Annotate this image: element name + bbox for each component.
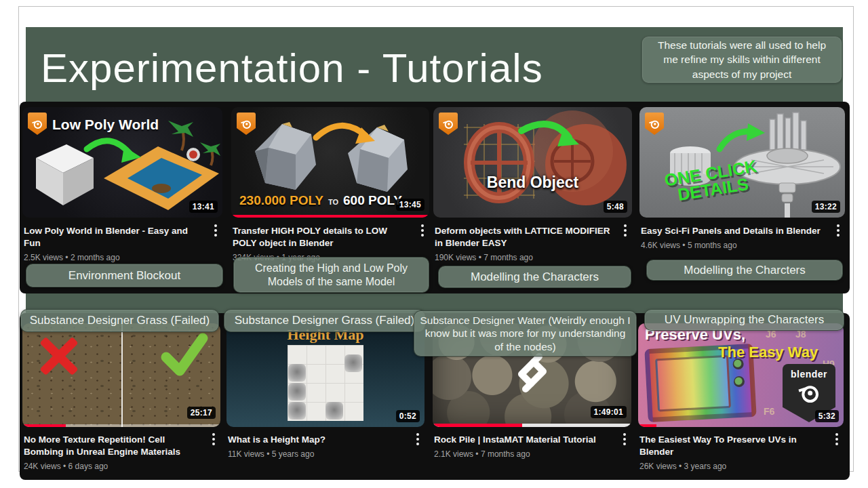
presentation-slide: Experimentation - Tutorials These tutori… (0, 0, 868, 488)
video-meta: 190K views • 7 months ago (435, 253, 632, 262)
label-modelling-charcters: Modelling the Charcters (646, 260, 843, 281)
video-card[interactable]: Low Poly World 13:41 Low Poly (22, 107, 222, 290)
label-substance-grass-1: Substance Designer Grass (Failed) (20, 309, 219, 332)
watch-progress-bar (433, 424, 631, 427)
watch-progress-bar (22, 424, 220, 427)
duration-badge: 25:17 (187, 407, 216, 419)
label-environment-blockout: Environment Blockout (26, 264, 223, 287)
blender-icon (239, 117, 253, 131)
video-thumbnail[interactable]: Height Map 0:52 (226, 323, 425, 427)
kebab-menu-icon[interactable] (212, 438, 215, 441)
blender-icon (648, 117, 661, 131)
video-thumbnail[interactable]: Low Poly World 13:41 (22, 107, 222, 218)
red-x-icon (37, 334, 81, 378)
video-thumbnail[interactable]: Bend Object 5:48 (433, 107, 632, 218)
duration-badge: 5:32 (815, 410, 839, 422)
kebab-menu-icon[interactable] (835, 438, 838, 441)
kebab-menu-icon[interactable] (416, 438, 419, 441)
video-meta: 2.1K views • 7 months ago (434, 449, 631, 459)
instamat-logo-icon (511, 351, 554, 394)
heightmap-grid (288, 345, 363, 421)
kebab-menu-icon[interactable] (421, 229, 424, 232)
video-thumbnail[interactable]: 25:17 (22, 323, 220, 427)
watch-progress-bar (231, 215, 429, 218)
thumbnail-text: Bend Object (487, 174, 578, 192)
video-meta: 26K views • 3 years ago (639, 462, 844, 471)
lattice-art (433, 107, 632, 218)
video-title[interactable]: Rock Pile | InstaMAT Material Tutorial (434, 434, 631, 446)
comparison-divider (121, 323, 123, 427)
kebab-menu-icon[interactable] (624, 229, 627, 232)
note-callout: These tutorials were all used to help me… (642, 36, 842, 83)
video-title[interactable]: What is a Height Map? (228, 434, 425, 446)
kebab-menu-icon[interactable] (837, 229, 840, 232)
blender-icon (441, 117, 455, 131)
video-meta: 4.6K views • 5 months ago (641, 241, 845, 250)
video-title[interactable]: Low Poly World in Blender - Easy and Fun (24, 225, 222, 249)
label-substance-water: Substance Designer Water (Weirdly enough… (414, 310, 637, 357)
video-meta: 24K views • 6 days ago (24, 462, 220, 471)
kebab-menu-icon[interactable] (623, 438, 626, 441)
blender-icon (31, 117, 44, 131)
duration-badge: 13:45 (396, 199, 425, 211)
video-meta: 11K views • 5 years ago (228, 449, 425, 459)
duration-badge: 13:22 (812, 201, 840, 213)
video-thumbnail[interactable]: 230.000 POLY TO 600 POLY 13:45 (231, 107, 429, 218)
label-modelling-characters: Modelling the Characters (438, 266, 631, 288)
duration-badge: 0:52 (396, 410, 420, 422)
video-thumbnail[interactable]: J6 J8 H9 G9 F6 Preserve UVs, The Easy Wa… (638, 323, 844, 427)
duration-badge: 13:41 (189, 201, 218, 213)
video-card[interactable]: 25:17 No More Texture Repetition! Cell B… (22, 323, 220, 478)
watch-progress-bar (638, 424, 844, 427)
green-check-icon (159, 331, 210, 376)
kebab-menu-icon[interactable] (214, 229, 217, 232)
video-card[interactable]: Bend Object 5:48 Deform objects with LAT… (433, 107, 632, 290)
video-title[interactable]: Deform objects with LATTICE MODIFIER in … (435, 225, 632, 249)
video-card[interactable]: J6 J8 H9 G9 F6 Preserve UVs, The Easy Wa… (638, 323, 844, 478)
video-title[interactable]: The Easiest Way To Preserve UVs in Blend… (639, 434, 844, 458)
duration-badge: 5:48 (604, 201, 627, 213)
video-meta: 2.5K views • 2 months ago (24, 253, 222, 262)
video-title[interactable]: Easy Sci-Fi Panels and Details in Blende… (641, 225, 845, 237)
page-title: Experimentation - Tutorials (41, 45, 543, 92)
label-substance-grass-2: Substance Designer Grass (Failed) (224, 309, 425, 332)
video-title[interactable]: No More Texture Repetition! Cell Bombing… (24, 434, 220, 458)
video-card[interactable]: Height Map 0:52 What is a Height Map? 11… (226, 323, 425, 478)
duration-badge: 1:49:01 (591, 406, 627, 418)
label-high-low-poly: Creating the High and Low Poly Models of… (233, 257, 429, 293)
thumbnail-text: The Easy Way (718, 344, 818, 361)
label-uv-unwrapping: UV Unwrapping the Characters (644, 309, 844, 331)
video-title[interactable]: Transfer HIGH POLY details to LOW POLY o… (233, 225, 429, 249)
video-thumbnail[interactable]: ONE CLICK DETAILS 13:22 (639, 107, 845, 218)
poly-count-text: 230.000 POLY TO 600 POLY (239, 193, 402, 208)
blender-icon (795, 380, 823, 407)
